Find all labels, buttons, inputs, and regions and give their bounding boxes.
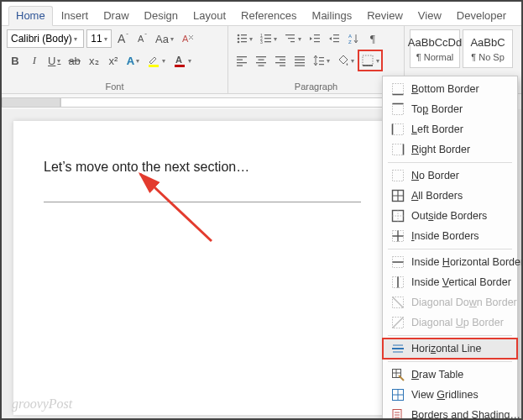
svg-rect-19 [314, 34, 320, 35]
underline-button[interactable]: U [45, 51, 63, 70]
menu-item-none[interactable]: No Border [383, 165, 517, 186]
italic-button[interactable]: I [26, 51, 43, 70]
svg-rect-1 [149, 65, 159, 67]
menu-separator [388, 335, 512, 336]
grow-font-button[interactable]: Aˆ [114, 29, 131, 48]
tab-mailings[interactable]: Mailings [306, 7, 359, 25]
align-left-button[interactable] [233, 51, 250, 70]
font-size-combo[interactable]: 11 [86, 29, 112, 48]
text-effects-button[interactable]: A [124, 51, 142, 70]
menu-item-dialog[interactable]: Borders and Shading… [383, 405, 517, 420]
tab-help[interactable]: Help [515, 7, 523, 25]
svg-rect-50 [393, 104, 404, 115]
tab-developer[interactable]: Developer [450, 7, 513, 25]
menu-separator [388, 162, 512, 163]
svg-rect-51 [393, 124, 404, 135]
menu-item-all[interactable]: All Borders [383, 186, 517, 206]
svg-point-6 [238, 38, 240, 40]
tab-insert[interactable]: Insert [55, 7, 96, 25]
show-hide-pilcrow-button[interactable]: ¶ [364, 29, 381, 48]
svg-rect-43 [319, 57, 324, 58]
tab-design[interactable]: Design [138, 7, 185, 25]
svg-rect-18 [290, 41, 295, 42]
font-group-label: Font [7, 80, 222, 92]
ribbon-tabs: HomeInsertDrawDesignLayoutReferencesMail… [2, 2, 521, 25]
svg-rect-44 [319, 60, 324, 61]
numbering-button[interactable]: 123 [258, 29, 280, 48]
bold-button[interactable]: B [7, 51, 24, 70]
align-center-button[interactable] [253, 51, 269, 70]
superscript-button[interactable]: x² [105, 51, 122, 70]
menu-item-inside-h[interactable]: Inside Horizontal Border [383, 252, 517, 272]
svg-rect-38 [280, 66, 285, 66]
multilevel-list-button[interactable] [282, 29, 304, 48]
menu-item-top[interactable]: Top Border [383, 99, 517, 119]
menu-item-diag-up: Diagonal Up Border [383, 312, 517, 333]
font-group: Calibri (Body) 11 Aˆ Aˇ Aa A B I U ab x₂… [2, 26, 228, 93]
borders-split-button[interactable]: ▾ [359, 51, 381, 70]
highlight-color-button[interactable] [144, 51, 168, 70]
tab-home[interactable]: Home [8, 6, 53, 26]
svg-rect-21 [314, 41, 320, 42]
increase-indent-button[interactable] [326, 29, 343, 48]
svg-rect-41 [295, 62, 305, 63]
svg-rect-28 [237, 60, 243, 60]
svg-rect-29 [237, 62, 247, 63]
borders-dropdown-menu: Bottom BorderTop BorderLeft BorderRight … [382, 76, 518, 420]
tab-view[interactable]: View [411, 7, 448, 25]
justify-button[interactable] [291, 51, 308, 70]
menu-item-inside-v[interactable]: Inside Vertical Border [383, 272, 517, 292]
style-normal[interactable]: AaBbCcDd¶ Normal [410, 29, 460, 68]
menu-item-outside[interactable]: Outside Borders [383, 206, 517, 226]
document-text[interactable]: Let’s move onto the next section… [44, 160, 361, 175]
line-spacing-button[interactable] [311, 51, 332, 70]
svg-rect-35 [275, 56, 285, 57]
svg-rect-20 [314, 38, 320, 39]
svg-rect-3 [175, 65, 185, 67]
tab-review[interactable]: Review [360, 7, 410, 25]
svg-rect-42 [295, 66, 305, 66]
font-color-button[interactable]: A [170, 51, 194, 70]
svg-rect-13 [264, 38, 271, 39]
change-case-button[interactable]: Aa [153, 29, 176, 48]
menu-item-draw[interactable]: Draw Table [383, 365, 517, 385]
paragraph-group-label: Paragraph [233, 80, 399, 92]
strikethrough-button[interactable]: ab [65, 51, 82, 70]
font-name-combo[interactable]: Calibri (Body) [7, 29, 84, 48]
align-right-button[interactable] [272, 51, 289, 70]
svg-text:3: 3 [260, 39, 263, 45]
sort-button[interactable]: AZ [345, 29, 362, 48]
menu-item-inside[interactable]: Inside Borders [383, 226, 517, 246]
tab-layout[interactable]: Layout [186, 7, 233, 25]
svg-rect-46 [363, 55, 373, 66]
shading-button[interactable] [335, 51, 357, 70]
svg-rect-53 [393, 171, 404, 181]
bullets-button[interactable] [233, 29, 255, 48]
svg-rect-23 [333, 38, 339, 39]
shrink-font-button[interactable]: Aˇ [133, 29, 150, 48]
clear-formatting-button[interactable]: A [179, 29, 197, 48]
tab-references[interactable]: References [234, 7, 303, 25]
svg-point-8 [238, 41, 240, 44]
svg-rect-27 [237, 56, 247, 57]
style-nosp[interactable]: AaBbC¶ No Sp [463, 29, 513, 68]
menu-item-bottom[interactable]: Bottom Border [383, 79, 517, 99]
menu-item-left[interactable]: Left Border [383, 119, 517, 139]
document-page[interactable]: Let’s move onto the next section… [13, 121, 391, 415]
menu-item-gridlines[interactable]: View Gridlines [383, 385, 517, 405]
menu-item-right[interactable]: Right Border [383, 139, 517, 160]
menu-separator [388, 361, 512, 362]
svg-rect-40 [295, 60, 305, 60]
svg-rect-17 [288, 38, 295, 39]
svg-point-4 [238, 34, 240, 37]
tab-draw[interactable]: Draw [97, 7, 135, 25]
svg-rect-11 [264, 34, 271, 35]
svg-rect-37 [275, 62, 285, 63]
decrease-indent-button[interactable] [306, 29, 323, 48]
svg-rect-33 [256, 62, 266, 63]
svg-rect-36 [280, 60, 285, 60]
menu-item-hline[interactable]: Horizontal Line [383, 339, 517, 359]
svg-rect-9 [241, 41, 247, 42]
svg-rect-7 [241, 38, 247, 39]
subscript-button[interactable]: x₂ [86, 51, 102, 70]
